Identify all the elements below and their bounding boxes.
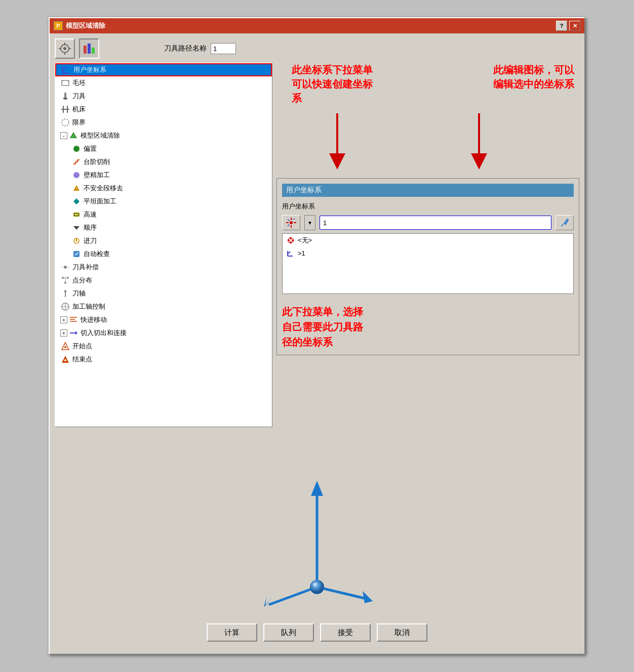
svg-point-90 bbox=[313, 582, 317, 586]
machine-icon bbox=[60, 104, 70, 114]
flat-surface-icon bbox=[71, 196, 82, 206]
top-bar: 刀具路径名称 bbox=[55, 38, 579, 59]
title-bar: P 模型区域清除 ? ✕ bbox=[50, 18, 584, 33]
svg-rect-16 bbox=[63, 98, 67, 99]
calculate-button[interactable]: 计算 bbox=[207, 623, 257, 642]
svg-point-43 bbox=[64, 266, 67, 269]
tree-item-user-coord[interactable]: 用户坐标系 bbox=[55, 63, 272, 76]
tree-item-sequence[interactable]: 顺序 bbox=[55, 221, 272, 234]
tree-item-tool-comp[interactable]: 刀具补偿 bbox=[55, 261, 272, 274]
cancel-button[interactable]: 取消 bbox=[377, 623, 427, 642]
content-area: 刀具路径名称 用户坐标系 bbox=[50, 33, 584, 654]
svg-point-23 bbox=[73, 146, 80, 152]
axis-svg bbox=[261, 476, 373, 607]
blank-icon bbox=[60, 78, 70, 88]
main-body: 用户坐标系 毛坯 刀具 bbox=[55, 63, 579, 456]
end-point-label: 结束点 bbox=[72, 355, 92, 364]
right-panel: 此坐标系下拉菜单可以快速创建坐标系 bbox=[276, 63, 579, 456]
cut-link-expand[interactable]: + bbox=[60, 329, 67, 337]
annotation-bottom: 此下拉菜单，选择自己需要此刀具路径的坐标系 bbox=[282, 304, 574, 350]
coord-dropdown-arrow[interactable]: ▼ bbox=[304, 215, 315, 230]
close-button[interactable]: ✕ bbox=[569, 21, 580, 31]
dropdown-item-none[interactable]: <无> bbox=[283, 234, 573, 247]
tree-item-high-speed[interactable]: 高速 bbox=[55, 208, 272, 221]
limit-icon bbox=[60, 117, 70, 128]
tool-axis-label: 刀轴 bbox=[72, 289, 86, 298]
svg-point-66 bbox=[290, 221, 293, 224]
tree-item-end-point[interactable]: 结束点 bbox=[55, 353, 272, 366]
tree-item-wall-finish[interactable]: 壁精加工 bbox=[55, 169, 272, 182]
annotation-top-right: 此编辑图标，可以编辑选中的坐标系 bbox=[493, 63, 574, 91]
svg-marker-32 bbox=[73, 198, 80, 204]
high-speed-icon bbox=[71, 209, 82, 220]
coord-value-input[interactable] bbox=[320, 216, 551, 230]
svg-rect-18 bbox=[63, 106, 64, 113]
tree-item-tool[interactable]: 刀具 bbox=[55, 90, 272, 103]
auto-check-icon bbox=[71, 249, 82, 259]
toolbar-btn-1[interactable] bbox=[55, 38, 75, 59]
svg-line-85 bbox=[317, 587, 370, 600]
help-button[interactable]: ? bbox=[556, 21, 567, 31]
dropdown-item-1[interactable]: >1 bbox=[283, 247, 573, 259]
svg-rect-17 bbox=[61, 109, 69, 110]
tree-item-flat-surface[interactable]: 平坦面加工 bbox=[55, 195, 272, 208]
queue-button[interactable]: 队列 bbox=[263, 623, 314, 642]
axis-ctrl-icon bbox=[60, 302, 70, 312]
tree-item-limit[interactable]: 限界 bbox=[55, 116, 272, 129]
unsafe-icon: ! bbox=[71, 183, 82, 193]
svg-rect-6 bbox=[84, 46, 87, 54]
path-name-input[interactable] bbox=[211, 43, 236, 54]
svg-marker-88 bbox=[264, 597, 272, 607]
svg-point-89 bbox=[310, 580, 324, 594]
tree-item-machine[interactable]: 机床 bbox=[55, 103, 272, 116]
cut-link-icon bbox=[68, 328, 78, 338]
svg-point-38 bbox=[76, 240, 77, 242]
none-icon bbox=[287, 236, 295, 244]
step-cut-label: 台阶切削 bbox=[84, 157, 110, 166]
svg-marker-35 bbox=[73, 226, 80, 230]
accept-button[interactable]: 接受 bbox=[320, 623, 371, 642]
tree-item-axis-ctrl[interactable]: 加工轴控制 bbox=[55, 300, 272, 313]
tree-item-tool-axis[interactable]: 刀轴 bbox=[55, 287, 272, 300]
coord-edit-button[interactable] bbox=[556, 215, 574, 230]
limit-label: 限界 bbox=[72, 118, 86, 127]
main-window: P 模型区域清除 ? ✕ bbox=[49, 17, 585, 655]
tree-item-unsafe[interactable]: ! 不安全段移去 bbox=[55, 182, 272, 195]
coord-panel: 用户坐标系 用户坐标系 bbox=[276, 178, 579, 355]
svg-point-29 bbox=[73, 172, 80, 178]
tree-item-step-cut[interactable]: 台阶切削 bbox=[55, 155, 272, 169]
sequence-icon bbox=[71, 223, 82, 233]
tool-axis-icon bbox=[60, 288, 70, 299]
toolbar-btn-2[interactable] bbox=[79, 38, 99, 59]
svg-point-62 bbox=[64, 359, 66, 361]
tree-item-feed[interactable]: 进刀 bbox=[55, 234, 272, 247]
offset-icon bbox=[71, 144, 82, 154]
tree-item-offset[interactable]: 偏置 bbox=[55, 142, 272, 155]
tool-comp-icon bbox=[60, 262, 70, 272]
svg-rect-19 bbox=[67, 106, 68, 113]
tree-item-point-dist[interactable]: 点分布 bbox=[55, 274, 272, 287]
svg-point-60 bbox=[64, 346, 66, 348]
tree-item-cut-link[interactable]: + 切入切出和连接 bbox=[55, 326, 272, 340]
tool-icon bbox=[60, 91, 70, 101]
svg-marker-86 bbox=[363, 591, 373, 603]
fast-move-expand[interactable]: + bbox=[60, 316, 67, 323]
machine-label: 机床 bbox=[72, 105, 86, 114]
svg-line-87 bbox=[269, 587, 317, 605]
wall-finish-icon bbox=[71, 170, 82, 180]
feed-label: 进刀 bbox=[84, 236, 97, 245]
tree-item-start-point[interactable]: 开始点 bbox=[55, 340, 272, 353]
point-dist-icon bbox=[60, 275, 70, 285]
coord-icon-button[interactable] bbox=[282, 215, 300, 230]
tree-item-auto-check[interactable]: 自动检查 bbox=[55, 247, 272, 261]
blank-label: 毛坯 bbox=[72, 78, 86, 88]
tree-item-fast-move[interactable]: + 快进移动 bbox=[55, 313, 272, 326]
tree-item-blank[interactable]: 毛坯 bbox=[55, 76, 272, 90]
end-point-icon bbox=[60, 354, 70, 364]
coord-section-title: 用户坐标系 bbox=[282, 202, 574, 211]
expand-icon[interactable]: - bbox=[60, 132, 67, 139]
tree-item-model-clean[interactable]: - 模型区域清除 bbox=[55, 129, 272, 142]
flat-surface-label: 平坦面加工 bbox=[84, 197, 116, 206]
tree-scroll[interactable]: 用户坐标系 毛坯 刀具 bbox=[55, 63, 272, 427]
sequence-label: 顺序 bbox=[84, 223, 97, 232]
